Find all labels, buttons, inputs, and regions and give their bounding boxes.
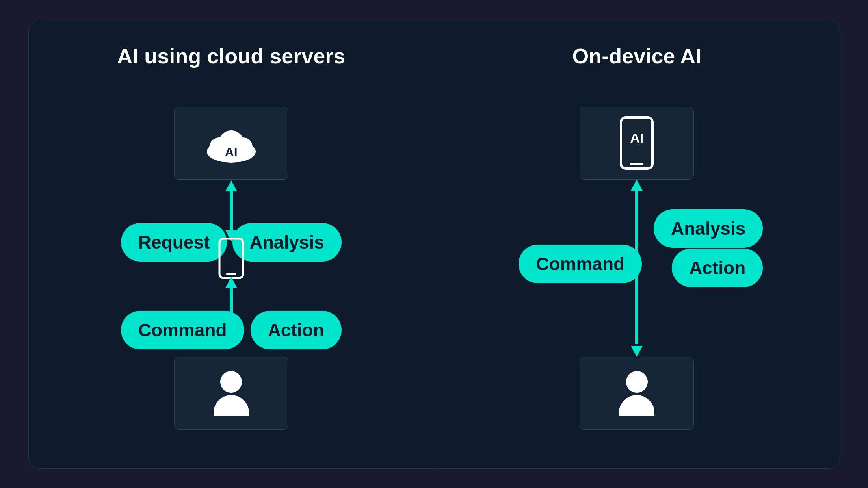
main-container: AI using cloud servers	[28, 20, 840, 469]
action-pill: Action	[251, 311, 342, 349]
analysis-pill: Analysis	[232, 223, 342, 262]
label-request: Request	[121, 223, 227, 262]
left-phone-box	[217, 237, 245, 280]
right-label-command: Command	[519, 245, 642, 283]
cloud-ai-label: AI	[225, 145, 238, 160]
command-pill: Command	[121, 311, 244, 349]
right-phone-ai-box: AI	[580, 107, 694, 180]
svg-marker-16	[631, 180, 643, 191]
left-user-box	[174, 357, 288, 430]
svg-rect-11	[230, 288, 233, 311]
left-diagram: AI	[97, 107, 365, 430]
svg-marker-4	[225, 180, 237, 191]
svg-rect-5	[230, 191, 233, 211]
svg-marker-18	[631, 346, 643, 357]
label-command: Command	[121, 311, 244, 349]
left-diagram-area: AI	[45, 92, 418, 445]
cloud-ai-icon: AI	[204, 123, 259, 163]
request-pill: Request	[121, 223, 227, 262]
right-phone-ai-icon-wrap: AI	[619, 115, 654, 171]
right-panel-title: On-device AI	[572, 44, 701, 68]
right-panel: On-device AI AI	[434, 20, 840, 468]
right-user-body	[619, 395, 654, 416]
svg-rect-9	[226, 273, 236, 275]
left-user-icon	[214, 371, 249, 416]
label-action: Action	[251, 311, 342, 349]
user-head	[220, 371, 242, 393]
svg-rect-15	[630, 163, 643, 165]
left-panel: AI using cloud servers	[29, 20, 435, 468]
right-action-pill: Action	[672, 249, 763, 287]
svg-rect-8	[219, 239, 243, 278]
right-label-action: Action	[672, 249, 763, 287]
right-phone-ai-label: AI	[630, 130, 643, 146]
cloud-ai-box: AI	[174, 107, 288, 180]
right-analysis-pill: Analysis	[654, 209, 763, 248]
right-user-box	[580, 357, 694, 430]
left-panel-title: AI using cloud servers	[117, 44, 345, 68]
label-analysis: Analysis	[232, 223, 342, 262]
svg-marker-10	[225, 277, 237, 288]
user-body	[214, 395, 249, 416]
right-user-head	[626, 371, 648, 393]
right-user-icon	[619, 371, 654, 416]
right-diagram: AI Command Analysis	[503, 107, 771, 430]
right-label-analysis: Analysis	[654, 209, 763, 248]
right-diagram-area: AI Command Analysis	[450, 92, 824, 445]
left-phone-icon	[217, 237, 245, 280]
right-command-pill: Command	[519, 245, 642, 283]
